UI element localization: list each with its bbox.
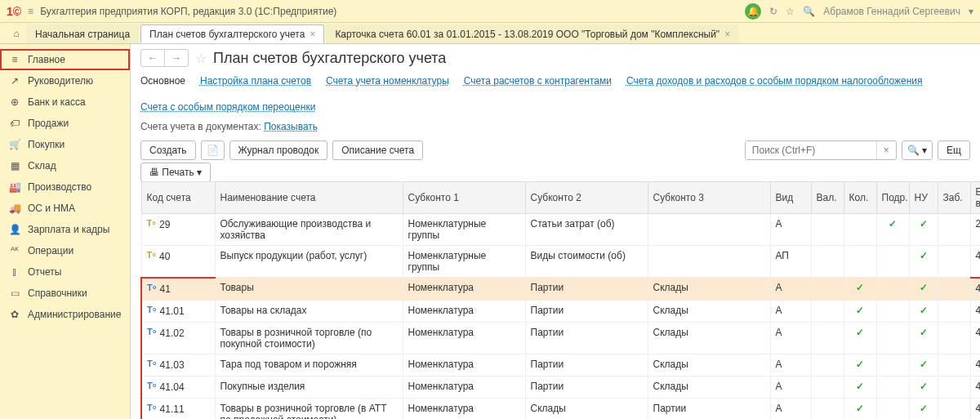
bell-icon[interactable]: 🔔 [745,3,761,20]
history-icon[interactable]: ↻ [769,6,777,17]
link-reval[interactable]: Счета с особым порядком переоценки [140,101,315,113]
tab-home[interactable]: Начальная страница [26,25,139,43]
search-button[interactable]: 🔍 ▾ [902,140,933,160]
more-button[interactable]: Ещ [938,140,970,160]
sidebar-item-0[interactable]: ≡Главное [0,49,130,70]
back-button[interactable]: ← [141,50,164,66]
print-button[interactable]: 🖶 Печать ▾ [140,163,211,182]
sidebar-item-label: Администрирование [28,309,121,320]
search-box: × [745,140,897,160]
table-row[interactable]: Т°41.01Товары на складахНоменклатураПарт… [141,300,980,322]
sidebar-item-6[interactable]: 🏭Производство [0,176,130,198]
home-icon[interactable]: ⌂ [7,23,26,43]
th-vid[interactable]: Вид [770,182,811,214]
sidebar: ≡Главное↗Руководителю⊕Банк и касса🏷Прода… [0,44,131,419]
nu-cell: ✓ [909,214,938,246]
link-setup[interactable]: Настройка плана счетов [200,75,311,87]
tab-1[interactable]: План счетов бухгалтерского учета× [140,25,324,43]
th-kol[interactable]: Кол. [844,182,876,214]
sidebar-item-12[interactable]: ✿Администрирование [0,304,130,325]
zab-cell [938,377,970,399]
forward-button[interactable]: → [164,50,188,66]
link-tax[interactable]: Счета доходов и расходов с особым порядк… [626,75,923,87]
journal-button[interactable]: Журнал проводок [229,140,328,160]
sidebar-item-label: Справочники [28,288,87,299]
doc-link[interactable]: Показывать [264,121,318,132]
s3-cell: Партии [648,399,770,419]
sidebar-item-5[interactable]: ▦Склад [0,155,130,176]
search-input[interactable] [746,141,876,159]
s2-cell: Партии [525,322,648,354]
copy-button[interactable]: 📄 [201,140,225,160]
sidebar-item-10[interactable]: ⫿Отчеты [0,261,130,283]
menu-icon[interactable]: ≡ [28,6,33,17]
star-icon[interactable]: ☆ [195,51,207,66]
table-row[interactable]: Т°41.02Товары в розничной торговле (по п… [141,322,980,354]
sidebar-item-label: ОС и НМА [28,203,75,214]
sidebar-item-3[interactable]: 🏷Продажи [0,113,130,134]
name-cell: Тара под товаром и порожняя [215,354,403,376]
table-row[interactable]: Т°29Обслуживающие производства и хозяйст… [141,214,980,246]
table-row[interactable]: Т°40Выпуск продукции (работ, услуг)Номен… [141,246,980,278]
desc-button[interactable]: Описание счета [332,140,423,160]
podr-cell [876,246,909,278]
sidebar-item-label: Зарплата и кадры [28,224,109,235]
page-title: План счетов бухгалтерского учета [213,50,446,67]
clear-search-icon[interactable]: × [876,141,896,159]
vid-cell: А [770,278,811,301]
sidebar-icon: ⊕ [8,96,21,108]
dropdown-icon[interactable]: ▾ [969,6,973,17]
code-value: 41.11 [160,403,185,415]
account-type-icon: Т° [147,327,157,340]
kol-cell [844,214,876,246]
user-name[interactable]: Абрамов Геннадий Сергеевич [823,6,960,17]
table-row[interactable]: Т°41.04Покупные изделияНоменклатураПарти… [141,377,980,399]
fast-cell: 4104 [970,377,980,399]
th-s3[interactable]: Субконто 3 [648,182,770,214]
sidebar-item-2[interactable]: ⊕Банк и касса [0,91,130,113]
th-s1[interactable]: Субконто 1 [403,182,525,214]
table-row[interactable]: Т°41ТоварыНоменклатураПартииСкладыА✓✓41 [141,278,980,301]
name-cell: Выпуск продукции (работ, услуг) [215,246,403,278]
link-contr[interactable]: Счета расчетов с контрагентами [464,75,612,87]
val-cell [811,377,844,399]
close-icon[interactable]: × [310,29,315,40]
tab-2[interactable]: Карточка счета 60.01 за 01.01.2015 - 13.… [326,25,739,43]
table-row[interactable]: Т°41.03Тара под товаром и порожняяНоменк… [141,354,980,376]
kol-cell: ✓ [844,399,876,419]
sidebar-item-1[interactable]: ↗Руководителю [0,70,130,91]
s1-cell: Номенклатура [403,399,525,419]
th-podr[interactable]: Подр. [876,182,909,214]
code-value: 41.03 [160,359,185,371]
s3-cell: Склады [648,278,770,301]
kol-cell: ✓ [844,300,876,322]
sidebar-item-4[interactable]: 🛒Покупки [0,134,130,155]
link-main[interactable]: Основное [140,75,185,87]
th-fast[interactable]: Быстрый в [970,182,980,214]
kol-cell [844,246,876,278]
close-icon[interactable]: × [724,29,730,40]
sidebar-item-8[interactable]: 👤Зарплата и кадры [0,219,130,240]
s3-cell: Склады [648,377,770,399]
search-top-icon[interactable]: 🔍 [803,6,815,17]
name-cell: Покупные изделия [215,377,403,399]
table-row[interactable]: Т°41.11Товары в розничной торговле (в АТ… [141,399,980,419]
kol-cell: ✓ [844,377,876,399]
sidebar-item-7[interactable]: 🚚ОС и НМА [0,198,130,219]
th-s2[interactable]: Субконто 2 [525,182,648,214]
s3-cell: Склады [648,322,770,354]
sidebar-item-11[interactable]: ▭Справочники [0,283,130,304]
th-name[interactable]: Наименование счета [215,182,403,214]
th-nu[interactable]: НУ [909,182,938,214]
th-val[interactable]: Вал. [811,182,844,214]
th-zab[interactable]: Заб. [938,182,970,214]
create-button[interactable]: Создать [140,140,196,160]
val-cell [811,246,844,278]
sidebar-icon: ᴬᴷ [8,245,21,256]
link-nomen[interactable]: Счета учета номенклатуры [326,75,449,87]
app-title: Бухгалтерия предприятия КОРП, редакция 3… [40,6,745,17]
th-code[interactable]: Код счета [141,182,215,214]
sidebar-item-9[interactable]: ᴬᴷОперации [0,240,130,261]
s3-cell [648,214,770,246]
favorite-icon[interactable]: ☆ [786,6,795,17]
